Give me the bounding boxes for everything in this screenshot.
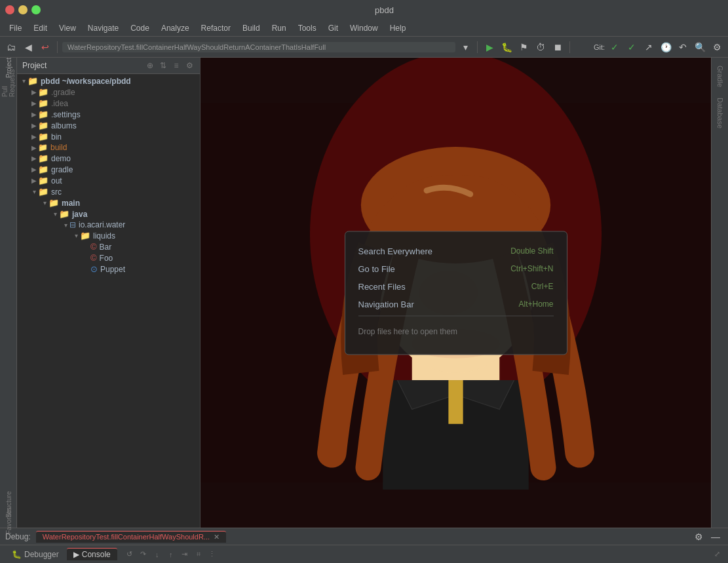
popup-item-goto-file[interactable]: Go to File Ctrl+Shift+N: [358, 260, 554, 277]
debug-run-cursor-icon[interactable]: ⇥: [179, 549, 191, 560]
tree-item-settings[interactable]: ▶ 📁 .settings: [17, 109, 200, 120]
tree-item-java[interactable]: ▾ 📁 java: [17, 208, 200, 220]
tree-label-gradle: .gradle: [51, 88, 75, 97]
panel-header: Project ⊕ ⇅ ≡ ⚙: [17, 58, 200, 74]
debug-expand-icon[interactable]: ⤢: [711, 549, 723, 560]
tree-item-gradle[interactable]: ▶ 📁 .gradle: [17, 87, 200, 98]
tree-item-idea[interactable]: ▶ 📁 .idea: [17, 98, 200, 109]
toolbar-back-icon[interactable]: ◀: [21, 40, 35, 54]
tree-item-bin[interactable]: ▶ 📁 bin: [17, 131, 200, 142]
tree-item-gradle-folder[interactable]: ▶ 📁 gradle: [17, 164, 200, 175]
sidebar-icon-gradle[interactable]: Gradle: [715, 60, 725, 92]
debug-eval-icon[interactable]: ⌗: [193, 549, 204, 560]
debug-rerun-icon[interactable]: ↺: [124, 549, 136, 560]
tree-item-root[interactable]: ▾ 📁 pbdd ~/workspace/pbdd: [17, 75, 200, 87]
tab-debugger[interactable]: 🐛 Debugger: [5, 549, 66, 560]
menu-help[interactable]: Help: [385, 22, 412, 34]
debug-tab-close-icon[interactable]: ✕: [214, 533, 220, 541]
class-icon-puppet: ⊙: [90, 264, 98, 274]
folder-icon-bin: 📁: [38, 132, 48, 142]
debug-file-tab[interactable]: WaterRepositoryTest.fillContainerHalfWay…: [36, 531, 226, 543]
toolbar-project-icon[interactable]: 🗂: [4, 40, 18, 54]
panel-sort-icon[interactable]: ⇅: [158, 60, 168, 71]
tree-item-build[interactable]: ▶ 📁 build: [17, 142, 200, 153]
toolbar-stop-icon[interactable]: ⏹: [550, 40, 565, 54]
tree-item-foo[interactable]: ▶ © Foo: [17, 252, 200, 263]
minimize-button[interactable]: [18, 5, 28, 14]
debug-settings-icon[interactable]: ⚙: [691, 530, 706, 544]
popup-item-nav-bar[interactable]: Navigation Bar Alt+Home: [358, 295, 554, 313]
debug-stepover-icon[interactable]: ↷: [138, 549, 149, 560]
toolbar-sep-1: [57, 41, 58, 53]
tree-item-liquids[interactable]: ▾ 📁 liquids: [17, 230, 200, 241]
popup-divider: [358, 315, 554, 316]
tree-item-main[interactable]: ▾ 📁 main: [17, 197, 200, 208]
toolbar-run-icon[interactable]: ▶: [482, 40, 497, 54]
popup-item-recent-files[interactable]: Recent Files Ctrl+E: [358, 277, 554, 295]
file-tree: ▾ 📁 pbdd ~/workspace/pbdd ▶ 📁 .gradle ▶ …: [17, 74, 200, 528]
close-button[interactable]: [5, 5, 14, 14]
editor-area: Search Everywhere Double Shift Go to Fil…: [201, 58, 711, 528]
git-clock-icon[interactable]: 🕐: [659, 40, 673, 54]
debugger-tab-label: Debugger: [24, 550, 59, 559]
git-arrow-icon[interactable]: ↗: [642, 40, 656, 54]
panel-settings-icon[interactable]: ⚙: [184, 60, 195, 71]
tree-item-demo[interactable]: ▶ 📁 demo: [17, 153, 200, 164]
tree-item-albums[interactable]: ▶ 📁 albums: [17, 120, 200, 131]
tree-label-foo: Foo: [100, 254, 113, 263]
tree-item-src[interactable]: ▾ 📁 src: [17, 186, 200, 197]
package-icon: ⊟: [69, 220, 76, 229]
popup-item-search-everywhere[interactable]: Search Everywhere Double Shift: [358, 242, 554, 260]
panel-compact-icon[interactable]: ≡: [171, 60, 182, 71]
settings-icon[interactable]: ⚙: [710, 40, 724, 54]
tree-arrow-demo: ▶: [30, 155, 38, 162]
tree-item-bar[interactable]: ▶ © Bar: [17, 241, 200, 252]
menu-navigate[interactable]: Navigate: [83, 22, 124, 34]
tree-item-out[interactable]: ▶ 📁 out: [17, 175, 200, 186]
tree-item-package[interactable]: ▾ ⊟ io.acari.water: [17, 220, 200, 230]
git-tick-icon[interactable]: ✓: [624, 40, 639, 54]
tree-arrow-root: ▾: [20, 77, 28, 85]
menu-code[interactable]: Code: [125, 22, 155, 34]
console-tab-label: Console: [82, 550, 111, 559]
toolbar-dropdown-icon[interactable]: ▾: [458, 40, 472, 54]
toolbar-coverage-icon[interactable]: ⚑: [516, 40, 531, 54]
menu-window[interactable]: Window: [345, 22, 383, 34]
toolbar-profile-icon[interactable]: ⏱: [533, 40, 548, 54]
debug-stepout-icon[interactable]: ↑: [165, 549, 177, 560]
menu-analyze[interactable]: Analyze: [156, 22, 195, 34]
sidebar-icon-database[interactable]: Database: [715, 92, 725, 134]
menu-run[interactable]: Run: [267, 22, 292, 34]
menu-refactor[interactable]: Refactor: [196, 22, 236, 34]
tree-arrow-src: ▾: [30, 188, 38, 195]
search-icon[interactable]: 🔍: [693, 40, 707, 54]
maximize-button[interactable]: [31, 5, 41, 14]
menu-view[interactable]: View: [54, 22, 81, 34]
title-bar: pbdd: [0, 0, 728, 20]
tree-label-albums: albums: [51, 121, 77, 130]
menu-git[interactable]: Git: [323, 22, 343, 34]
popup-search-everywhere-shortcut: Double Shift: [510, 246, 553, 256]
sidebar-icon-pull-requests[interactable]: Pull Requests: [1, 76, 16, 90]
popup-nav-bar-label: Navigation Bar: [358, 299, 414, 309]
git-revert-icon[interactable]: ↶: [676, 40, 690, 54]
debug-stepinto-icon[interactable]: ↓: [151, 549, 163, 560]
toolbar-undo-icon[interactable]: ↩: [38, 40, 52, 54]
panel-add-icon[interactable]: ⊕: [145, 60, 155, 71]
git-check-icon[interactable]: ✓: [607, 40, 622, 54]
menu-file[interactable]: File: [4, 22, 27, 34]
tree-label-out: out: [51, 176, 62, 185]
sidebar-icon-favorites[interactable]: Favorites: [1, 513, 16, 528]
tree-label-gradle2: gradle: [51, 165, 73, 174]
menu-tools[interactable]: Tools: [293, 22, 322, 34]
menu-build[interactable]: Build: [237, 22, 265, 34]
toolbar-debug-icon[interactable]: 🐛: [499, 40, 514, 54]
main-toolbar: 🗂 ◀ ↩ WaterRepositoryTest.fillContainerH…: [0, 37, 728, 58]
tab-console[interactable]: ▶ Console: [67, 548, 117, 560]
debug-minimize-icon[interactable]: —: [708, 530, 723, 544]
debug-more-icon[interactable]: ⋮: [206, 549, 218, 560]
menu-edit[interactable]: Edit: [28, 22, 52, 34]
window-controls[interactable]: [5, 5, 41, 14]
tree-item-puppet[interactable]: ▶ ⊙ Puppet: [17, 263, 200, 275]
breadcrumb[interactable]: WaterRepositoryTest.fillContainerHalfWay…: [62, 42, 455, 52]
